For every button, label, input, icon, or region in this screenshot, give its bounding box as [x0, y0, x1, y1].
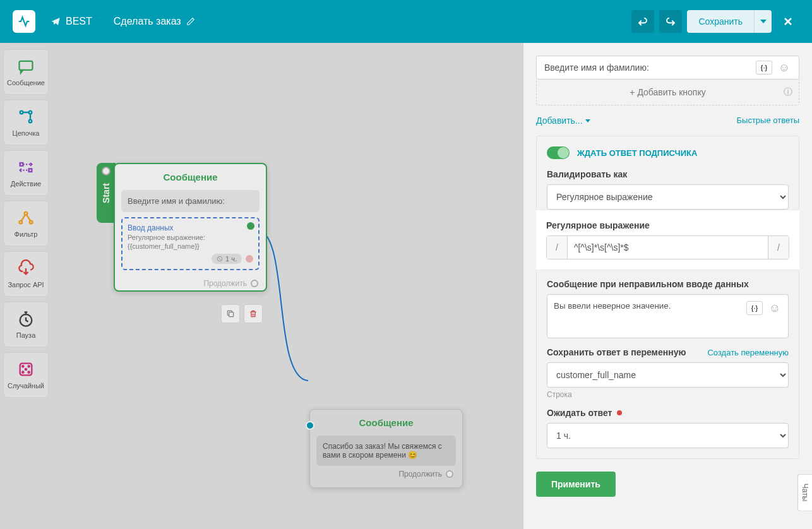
cloud-icon — [17, 259, 35, 277]
svg-rect-2 — [20, 61, 33, 70]
wait-time-label: Ожидать ответ — [547, 408, 789, 418]
info-icon[interactable]: ⓘ — [784, 86, 792, 98]
regex-input-group: / / — [546, 235, 789, 259]
message-node-2[interactable]: Сообщение Спасибо за заказ! Мы свяжемся … — [309, 409, 463, 488]
svg-rect-7 — [29, 169, 32, 172]
left-toolbar: Сообщение Цепочка Действие Фильтр Запрос… — [3, 49, 54, 398]
add-button-row[interactable]: + Добавить кнопку ⓘ — [536, 80, 799, 105]
node-input-block[interactable]: Ввод данных Регулярное выражение: {{cust… — [121, 217, 260, 270]
breadcrumb-flow[interactable]: Сделать заказ — [106, 16, 203, 27]
validate-select[interactable]: Регулярное выражение — [547, 184, 789, 210]
tool-action[interactable]: Действие — [3, 150, 49, 196]
wait-response-config: ЖДАТЬ ОТВЕТ ПОДПИСЧИКА Валидировать как … — [536, 136, 799, 459]
input-block-var: {{customer_full_name}} — [128, 242, 253, 250]
svg-rect-1 — [229, 312, 234, 317]
node2-continue: Продолжить — [316, 466, 456, 482]
regex-label: Регулярное выражение — [546, 220, 789, 230]
emoji-button[interactable]: ☺ — [777, 61, 791, 74]
svg-point-17 — [28, 372, 30, 373]
node2-message-text: Спасибо за заказ! Мы свяжемся с вами в с… — [316, 436, 456, 466]
var-type-text: Строка — [547, 390, 789, 399]
config-panel: {·} ☺ + Добавить кнопку ⓘ Добавить... Бы… — [523, 43, 812, 529]
clock-slash-icon — [217, 256, 223, 262]
tool-filter[interactable]: Фильтр — [3, 201, 49, 246]
error-textarea[interactable]: Вы ввели неверное значение. — [554, 301, 746, 331]
emoji-button-2[interactable]: ☺ — [768, 301, 782, 315]
insert-variable-button[interactable]: {·} — [756, 61, 772, 74]
node2-title: Сообщение — [310, 410, 462, 436]
save-button[interactable]: Сохранить — [687, 10, 754, 33]
regex-end-slash: / — [768, 236, 789, 259]
var-select[interactable]: customer_full_name — [547, 362, 789, 388]
dice-icon — [17, 360, 35, 378]
node2-input-port[interactable] — [306, 421, 314, 430]
app-logo[interactable] — [13, 10, 35, 33]
svg-point-10 — [30, 221, 33, 224]
apply-button[interactable]: Применить — [536, 472, 616, 497]
svg-rect-6 — [20, 163, 23, 166]
copy-node-button[interactable] — [221, 304, 240, 323]
add-dropdown[interactable]: Добавить... — [536, 116, 590, 126]
edit-icon[interactable] — [186, 17, 195, 26]
telegram-icon — [51, 16, 61, 27]
chain-icon — [17, 108, 35, 126]
timer-badge: 1 ч. — [212, 254, 242, 264]
start-node[interactable]: Start — [97, 163, 116, 223]
close-icon — [782, 15, 794, 28]
input-block-desc: Регулярное выражение: — [128, 234, 253, 241]
prompt-input[interactable] — [544, 62, 756, 73]
stopwatch-icon — [17, 310, 35, 328]
tool-message[interactable]: Сообщение — [3, 49, 49, 95]
continue-port[interactable] — [251, 280, 258, 287]
delete-node-button[interactable] — [244, 304, 263, 323]
save-dropdown-button[interactable] — [754, 10, 772, 33]
trash-icon — [249, 309, 258, 318]
prompt-textarea[interactable]: {·} ☺ — [536, 56, 799, 80]
chat-tab[interactable]: Чаты — [797, 474, 812, 511]
svg-point-14 — [28, 366, 30, 367]
start-port[interactable] — [102, 167, 110, 175]
status-dot — [617, 410, 622, 415]
error-textarea-wrapper[interactable]: Вы ввели неверное значение. {·} ☺ — [547, 294, 789, 338]
chevron-down-icon — [760, 20, 767, 23]
error-label: Сообщение при неправильном вводе данных — [547, 279, 789, 289]
wait-response-label: ЖДАТЬ ОТВЕТ ПОДПИСЧИКА — [577, 148, 697, 158]
tool-random[interactable]: Случайный — [3, 352, 49, 398]
svg-point-13 — [22, 366, 23, 367]
input-success-port[interactable] — [247, 222, 254, 230]
close-button[interactable] — [777, 10, 799, 33]
quick-replies-link[interactable]: Быстрые ответы — [737, 116, 800, 126]
validate-label: Валидировать как — [547, 169, 789, 179]
chevron-right-icon — [100, 16, 106, 27]
regex-input[interactable] — [568, 236, 768, 259]
node-continue: Продолжить — [115, 276, 266, 290]
app-header: BEST Сделать заказ Сохранить — [0, 0, 812, 43]
pulse-icon — [18, 15, 30, 28]
node2-continue-port[interactable] — [446, 470, 453, 478]
tool-chain[interactable]: Цепочка — [3, 100, 49, 145]
breadcrumb-bot[interactable]: BEST — [43, 16, 100, 27]
undo-button[interactable] — [631, 10, 654, 33]
create-var-link[interactable]: Создать переменную — [707, 348, 789, 357]
svg-point-5 — [29, 120, 32, 123]
node-message-text: Введите имя и фамилию: — [121, 190, 260, 212]
message-icon — [17, 57, 35, 75]
wait-time-select[interactable]: 1 ч. — [547, 423, 789, 448]
svg-point-16 — [22, 372, 23, 373]
wait-response-toggle[interactable] — [547, 146, 570, 159]
redo-icon — [665, 16, 676, 27]
tool-api[interactable]: Запрос API — [3, 251, 49, 297]
insert-variable-button-2[interactable]: {·} — [746, 301, 763, 315]
tool-pause[interactable]: Пауза — [3, 302, 49, 347]
message-node-1[interactable]: Сообщение Введите имя и фамилию: Ввод да… — [114, 163, 267, 292]
regex-start-slash: / — [547, 236, 568, 259]
redo-button[interactable] — [659, 10, 682, 33]
breadcrumb: BEST Сделать заказ — [43, 16, 203, 27]
timer-port[interactable] — [246, 255, 253, 263]
copy-icon — [226, 309, 235, 318]
chevron-down-icon — [585, 119, 590, 122]
undo-icon — [637, 16, 648, 27]
svg-point-4 — [29, 111, 32, 114]
svg-point-15 — [25, 369, 27, 370]
node-actions — [221, 304, 263, 323]
